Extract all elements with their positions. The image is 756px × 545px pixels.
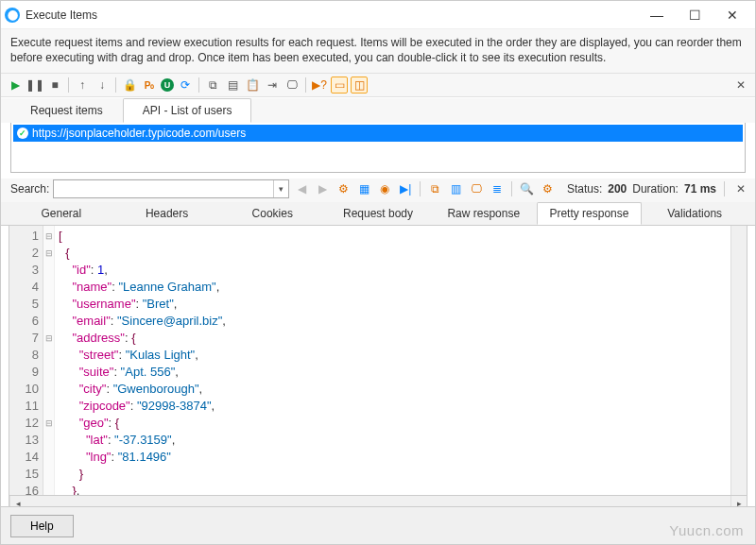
next-icon[interactable]: ▶ — [314, 180, 331, 197]
toolbar-close-icon[interactable]: ✕ — [732, 77, 749, 94]
screen-icon[interactable]: 🖵 — [284, 77, 301, 94]
zoom-icon[interactable]: 🔍 — [518, 180, 535, 197]
tab-raw-response[interactable]: Raw response — [431, 202, 537, 225]
minimize-button[interactable]: ― — [638, 2, 676, 28]
help-button[interactable]: Help — [10, 515, 74, 537]
url-item-row[interactable]: ✓ https://jsonplaceholder.typicode.com/u… — [13, 125, 743, 142]
v-scrollbar[interactable] — [730, 226, 747, 495]
export-icon[interactable]: ⇥ — [264, 77, 281, 94]
window: ⬤ Execute Items ― ☐ ✕ Execute request it… — [0, 0, 756, 545]
duration-value: 71 ms — [684, 182, 716, 196]
gear-icon[interactable]: ⚙ — [335, 180, 352, 197]
search-label: Search: — [10, 182, 49, 196]
search-combo[interactable]: ▾ — [53, 179, 289, 198]
status-close-icon[interactable]: ✕ — [736, 182, 746, 196]
url-text: https://jsonplaceholder.typicode.com/use… — [32, 127, 246, 140]
tab-request-items[interactable]: Request items — [10, 98, 123, 123]
window-title: Execute Items — [26, 9, 638, 22]
main-toolbar: ▶ ❚❚ ■ ↑ ↓ 🔒 P₀ U ⟳ ⧉ ▤ 📋 ⇥ 🖵 ▶? ▭ ◫ ✕ — [1, 74, 755, 97]
watermark: Yuucn.com — [669, 522, 744, 538]
status-label: Status: — [567, 182, 602, 196]
play-icon[interactable]: ▶ — [7, 77, 24, 94]
response-tabs: General Headers Cookies Request body Raw… — [1, 202, 755, 226]
status-bar: Status: 200 Duration: 71 ms ✕ — [567, 181, 746, 196]
stop-icon[interactable]: ■ — [46, 77, 63, 94]
pause-icon[interactable]: ❚❚ — [26, 77, 43, 94]
tab-pretty-response[interactable]: Pretty response — [537, 202, 643, 225]
prev-icon[interactable]: ◀ — [293, 180, 310, 197]
search-input[interactable] — [54, 180, 273, 197]
tool1-icon[interactable]: ▦ — [355, 180, 372, 197]
tab-headers[interactable]: Headers — [114, 202, 220, 225]
clipboard-icon[interactable]: 📋 — [244, 77, 261, 94]
search-row: Search: ▾ ◀ ▶ ⚙ ▦ ◉ ▶| ⧉ ▥ 🖵 ≣ 🔍 ⚙ Statu… — [1, 179, 755, 202]
up-icon[interactable]: ↑ — [74, 77, 91, 94]
gear2-icon[interactable]: ⚙ — [539, 180, 556, 197]
help-icon[interactable]: ▶? — [311, 77, 328, 94]
titlebar: ⬤ Execute Items ― ☐ ✕ — [1, 1, 755, 29]
duration-label: Duration: — [632, 182, 679, 196]
check-icon: ✓ — [17, 128, 28, 139]
u-icon[interactable]: U — [161, 78, 174, 92]
description-text: Execute request items and review executi… — [1, 29, 755, 74]
lines-icon[interactable]: ≣ — [489, 180, 506, 197]
copy2-icon[interactable]: ⧉ — [426, 180, 443, 197]
copy-icon[interactable]: ⧉ — [204, 77, 221, 94]
line-gutter: 1234567891011121314151617 — [9, 226, 43, 495]
lock-icon[interactable]: 🔒 — [121, 77, 138, 94]
status-code: 200 — [608, 182, 627, 196]
monitor-icon[interactable]: 🖵 — [468, 180, 485, 197]
tab-api-list[interactable]: API - List of users — [123, 98, 252, 123]
code-content[interactable]: [ { "id": 1, "name": "Leanne Graham", "u… — [55, 226, 730, 495]
layout1-icon[interactable]: ▭ — [331, 77, 348, 94]
cols-icon[interactable]: ▥ — [447, 180, 464, 197]
footer: Help — [1, 506, 755, 544]
tab-validations[interactable]: Validations — [642, 202, 747, 225]
app-icon: ⬤ — [5, 8, 20, 23]
close-button[interactable]: ✕ — [713, 2, 751, 28]
fold-column[interactable]: ⊟⊟ ⊟ ⊟ — [43, 226, 55, 495]
request-tabs: Request items API - List of users — [1, 98, 755, 123]
url-list[interactable]: ✓ https://jsonplaceholder.typicode.com/u… — [10, 122, 746, 173]
chevron-down-icon[interactable]: ▾ — [273, 180, 288, 197]
list-icon[interactable]: ▤ — [224, 77, 241, 94]
tab-request-body[interactable]: Request body — [325, 202, 431, 225]
down-icon[interactable]: ↓ — [94, 77, 111, 94]
play2-icon[interactable]: ◉ — [376, 180, 393, 197]
code-viewer: 1234567891011121314151617 ⊟⊟ ⊟ ⊟ [ { "id… — [9, 226, 747, 496]
po-icon[interactable]: P₀ — [141, 77, 158, 94]
layout2-icon[interactable]: ◫ — [351, 77, 368, 94]
tab-cookies[interactable]: Cookies — [219, 202, 325, 225]
step-icon[interactable]: ▶| — [397, 180, 414, 197]
refresh-icon[interactable]: ⟳ — [177, 77, 194, 94]
maximize-button[interactable]: ☐ — [676, 2, 713, 28]
tab-general[interactable]: General — [9, 202, 114, 225]
